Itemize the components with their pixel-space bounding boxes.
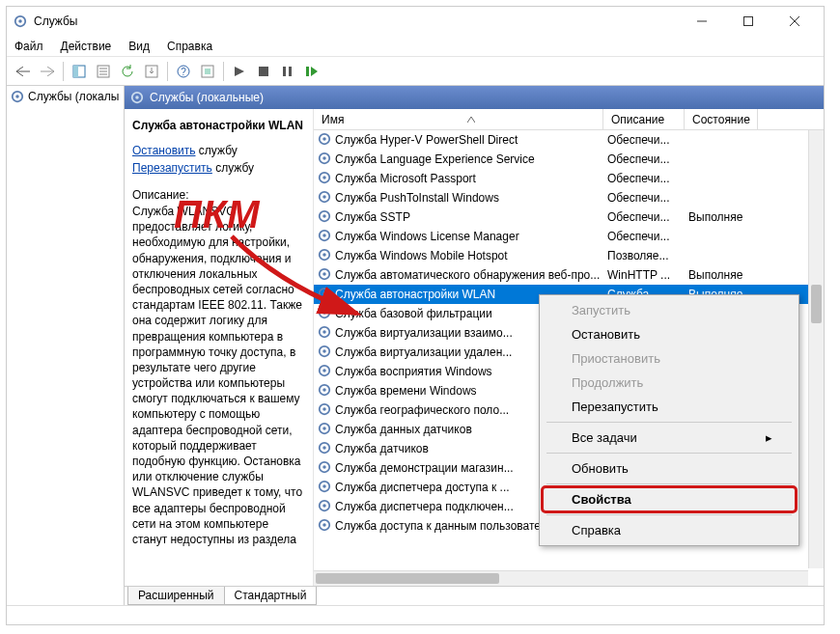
svg-point-1 <box>18 19 22 23</box>
service-name: Служба географического поло... <box>335 403 509 417</box>
service-state: Выполняе <box>685 210 758 224</box>
column-header-name[interactable]: Имя <box>314 109 603 129</box>
scrollbar-thumb[interactable] <box>811 285 822 323</box>
maximize-button[interactable] <box>735 12 762 31</box>
tree-root-services[interactable]: Службы (локалы <box>11 90 120 103</box>
service-row[interactable]: Служба Language Experience ServiceОбеспе… <box>314 150 824 169</box>
service-name: Служба Hyper-V PowerShell Direct <box>335 133 518 147</box>
service-detail-title: Служба автонастройки WLAN <box>132 119 305 132</box>
column-header-state[interactable]: Состояние <box>685 109 758 129</box>
nav-back-button[interactable] <box>13 61 34 82</box>
service-row[interactable]: Служба автоматического обнаружения веб-п… <box>314 265 824 285</box>
svg-rect-18 <box>283 67 286 76</box>
service-row[interactable]: Служба Windows Mobile HotspotПозволяе... <box>314 246 824 265</box>
svg-rect-3 <box>744 17 753 26</box>
service-name: Служба Windows License Manager <box>335 230 519 243</box>
svg-point-50 <box>322 369 326 372</box>
service-name: Служба данных датчиков <box>335 423 472 436</box>
svg-point-44 <box>322 311 326 315</box>
svg-rect-16 <box>205 69 210 74</box>
close-button[interactable] <box>781 12 808 31</box>
service-name: Служба диспетчера доступа к ... <box>335 481 510 494</box>
gear-icon <box>318 152 331 168</box>
cm-restart[interactable]: Перезапустить <box>543 395 796 419</box>
pause-service-button[interactable] <box>277 61 298 82</box>
svg-point-28 <box>322 156 326 160</box>
svg-point-62 <box>322 484 326 488</box>
column-header-description[interactable]: Описание <box>603 109 685 129</box>
svg-point-64 <box>322 504 326 508</box>
gear-icon <box>318 190 331 207</box>
cm-help[interactable]: Справка <box>543 518 796 542</box>
gear-icon <box>318 229 331 245</box>
service-state: Выполняе <box>685 268 758 282</box>
menu-view[interactable]: Вид <box>128 40 150 53</box>
app-icon <box>13 14 28 29</box>
cm-refresh[interactable]: Обновить <box>543 456 796 481</box>
cm-pause: Приостановить <box>543 346 796 371</box>
gear-icon <box>318 518 331 535</box>
svg-point-22 <box>15 95 19 98</box>
minimize-button[interactable] <box>688 12 715 31</box>
gear-icon <box>318 402 331 419</box>
svg-point-38 <box>322 253 326 257</box>
service-row[interactable]: Служба PushToInstall WindowsОбеспечи... <box>314 188 824 207</box>
gear-icon <box>318 499 331 515</box>
cm-all-tasks[interactable]: Все задачи▸ <box>543 426 796 450</box>
svg-point-32 <box>322 195 326 199</box>
restart-service-button[interactable] <box>301 61 322 82</box>
svg-point-52 <box>322 388 326 392</box>
horizontal-scrollbar[interactable] <box>314 570 808 586</box>
service-name: Служба Microsoft Passport <box>335 172 476 185</box>
options-button[interactable] <box>197 61 218 82</box>
cm-stop[interactable]: Остановить <box>543 322 796 346</box>
tab-extended[interactable]: Расширенный <box>127 587 225 605</box>
gear-icon <box>318 287 331 303</box>
window-title: Службы <box>34 14 688 28</box>
service-desc: Обеспечи... <box>603 172 685 185</box>
export-button[interactable] <box>141 61 162 82</box>
service-desc: Обеспечи... <box>603 133 685 147</box>
gear-icon <box>318 422 331 438</box>
menu-help[interactable]: Справка <box>167 40 212 53</box>
tab-standard[interactable]: Стандартный <box>224 587 318 605</box>
service-row[interactable]: Служба Hyper-V PowerShell DirectОбеспечи… <box>314 130 824 150</box>
service-name: Служба автонастройки WLAN <box>335 288 495 301</box>
description-text: Служба WLANSVC предоставляет логику, нео… <box>132 204 305 547</box>
menu-action[interactable]: Действие <box>61 40 112 53</box>
vertical-scrollbar[interactable] <box>808 130 824 568</box>
gear-icon <box>318 441 331 457</box>
service-row[interactable]: Служба Windows License ManagerОбеспечи..… <box>314 227 824 246</box>
tree-root-label: Службы (локалы <box>28 90 119 103</box>
cm-properties[interactable]: Свойства <box>543 487 796 511</box>
service-row[interactable]: Служба SSTPОбеспечи...Выполняе <box>314 207 824 227</box>
stop-service-button[interactable] <box>253 61 274 82</box>
scrollbar-thumb[interactable] <box>316 573 499 584</box>
svg-point-36 <box>322 234 326 237</box>
gear-icon <box>318 132 331 149</box>
help-button[interactable]: ? <box>173 61 194 82</box>
service-name: Служба Windows Mobile Hotspot <box>335 249 508 262</box>
service-name: Служба демонстрации магазин... <box>335 461 514 475</box>
svg-point-46 <box>322 330 326 334</box>
service-desc: WinHTTP ... <box>603 268 685 282</box>
gear-icon <box>318 364 331 380</box>
refresh-button[interactable] <box>117 61 138 82</box>
service-name: Служба времени Windows <box>335 384 477 398</box>
service-name: Служба автоматического обнаружения веб-п… <box>335 268 600 282</box>
detail-view-button[interactable] <box>69 61 90 82</box>
gear-icon <box>11 90 24 103</box>
restart-service-link[interactable]: Перезапустить <box>132 161 212 175</box>
service-name: Служба Language Experience Service <box>335 152 535 166</box>
svg-point-66 <box>322 523 326 527</box>
service-row[interactable]: Служба Microsoft PassportОбеспечи... <box>314 169 824 188</box>
gear-icon <box>318 248 331 264</box>
gear-icon <box>318 460 331 477</box>
properties-button[interactable] <box>93 61 114 82</box>
svg-point-56 <box>322 427 326 430</box>
start-service-button[interactable] <box>229 61 250 82</box>
menu-file[interactable]: Файл <box>14 40 43 53</box>
nav-fwd-button[interactable] <box>37 61 58 82</box>
stop-service-link[interactable]: Остановить <box>132 144 196 157</box>
service-desc: Позволяе... <box>603 249 685 262</box>
